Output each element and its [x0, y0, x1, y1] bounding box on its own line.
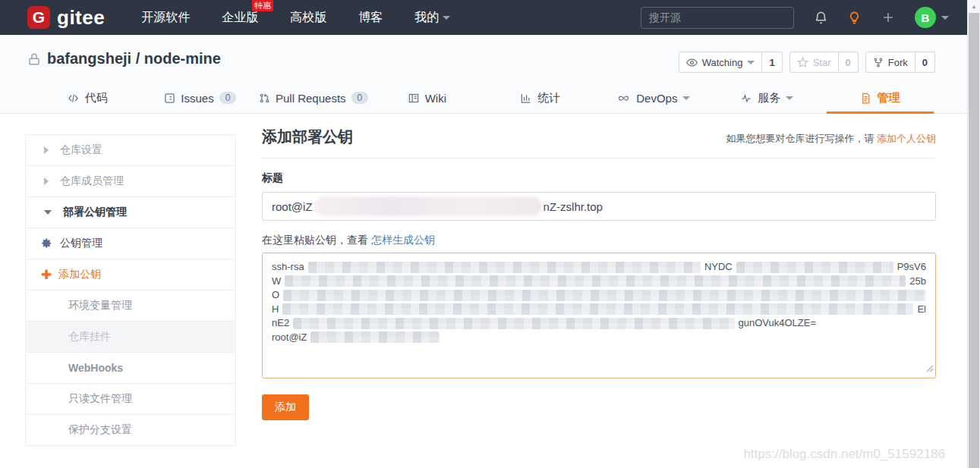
tab-issues[interactable]: Issues 0 — [143, 82, 257, 114]
nav-item-education[interactable]: 高校版 — [290, 10, 326, 26]
top-navbar: G gitee 开源软件 企业版 特惠 高校版 博客 我的 — [0, 0, 967, 35]
code-icon — [67, 93, 80, 104]
star-icon — [797, 57, 808, 68]
settings-sidebar: 仓库设置 仓库成员管理 部署公钥管理 公钥管理 ✚ 添加公钥 环境变量管理 仓库… — [25, 134, 236, 446]
censored-mosaic — [308, 262, 701, 273]
sidebar-item-readonly-files[interactable]: 只读文件管理 — [26, 384, 235, 415]
censored-mosaic — [285, 275, 906, 287]
repo-full-name[interactable]: bafangsheji / node-mine — [47, 50, 221, 68]
chevron-down-icon — [747, 61, 755, 64]
censored-mosaic — [283, 290, 926, 301]
fork-button-group: Fork 0 — [865, 52, 935, 73]
star-button[interactable]: Star — [789, 52, 839, 73]
tab-services[interactable]: 服务 — [711, 82, 824, 114]
gitee-logo-text: gitee — [57, 6, 105, 30]
tab-statistics[interactable]: 统计 — [484, 82, 597, 114]
csdn-watermark: https://blog.csdn.net/m0_51592186 — [743, 447, 945, 462]
promo-badge: 特惠 — [252, 0, 273, 11]
paste-key-hint: 在这里粘贴公钥，查看 怎样生成公钥 — [262, 234, 936, 247]
gitee-repo-settings-page: G gitee 开源软件 企业版 特惠 高校版 博客 我的 — [0, 0, 980, 468]
watching-button[interactable]: Watching — [679, 52, 763, 73]
chevron-down-icon — [443, 16, 450, 20]
bell-icon[interactable] — [814, 11, 828, 25]
title-value-prefix: root@iZ — [272, 200, 313, 213]
wiki-icon — [408, 93, 420, 104]
sidebar-item-deploy-keys[interactable]: 部署公钥管理 — [26, 197, 235, 228]
gear-icon — [41, 237, 53, 250]
sidebar-item-add-key[interactable]: ✚ 添加公钥 — [26, 259, 235, 291]
add-personal-key-link[interactable]: 添加个人公钥 — [877, 133, 936, 144]
sidebar-item-widgets[interactable]: 仓库挂件 — [26, 322, 235, 353]
fork-button[interactable]: Fork — [865, 52, 915, 73]
lock-icon — [27, 52, 41, 66]
panel-header: 添加部署公钥 如果您想要对仓库进行写操作，请 添加个人公钥 — [262, 127, 936, 159]
watching-button-group: Watching 1 — [679, 52, 783, 73]
tab-wiki[interactable]: Wiki — [370, 82, 484, 114]
tab-devops[interactable]: DevOps — [597, 82, 710, 114]
eye-icon — [686, 57, 698, 68]
write-access-hint: 如果您想要对仓库进行写操作，请 添加个人公钥 — [726, 132, 936, 146]
scrollbar-thumb[interactable] — [969, 13, 979, 468]
title-value-suffix: nZ-zslhr.top — [544, 200, 603, 213]
star-count[interactable]: 0 — [839, 52, 859, 73]
sidebar-item-members[interactable]: 仓库成员管理 — [26, 166, 235, 197]
sidebar-item-webhooks[interactable]: WebHooks — [26, 353, 235, 384]
sidebar-item-protected-branches[interactable]: 保护分支设置 — [26, 415, 235, 446]
infinity-icon — [616, 93, 631, 104]
tab-code[interactable]: 代码 — [30, 82, 143, 114]
repo-title: bafangsheji / node-mine — [27, 50, 221, 68]
pull-request-icon — [259, 93, 270, 104]
plus-icon: ✚ — [41, 269, 52, 281]
chevron-right-icon — [44, 177, 49, 185]
add-deploy-key-panel: 添加部署公钥 如果您想要对仓库进行写操作，请 添加个人公钥 标题 root@iZ… — [262, 127, 936, 420]
censored-mosaic — [736, 262, 893, 273]
repo-tabbar: 代码 Issues 0 Pull Requests 0 Wiki — [0, 82, 967, 114]
user-menu[interactable]: B — [915, 7, 949, 28]
page-scrollbar[interactable]: ▲ — [967, 0, 980, 468]
gitee-logo[interactable]: G gitee — [27, 6, 105, 30]
issues-count-badge: 0 — [219, 92, 237, 104]
nav-item-opensource[interactable]: 开源软件 — [141, 10, 190, 26]
chart-icon — [520, 93, 532, 104]
add-key-button[interactable]: 添加 — [262, 394, 309, 420]
fork-count[interactable]: 0 — [915, 52, 935, 73]
lightbulb-icon[interactable] — [847, 11, 862, 25]
censored-mosaic — [310, 331, 440, 343]
key-title-input[interactable]: root@iZ nZ-zslhr.top — [262, 192, 936, 221]
public-key-textarea[interactable]: ssh-rsa NYDC P9sV6 W 25b O H El nE2 — [262, 253, 936, 378]
fork-icon — [873, 57, 884, 68]
gitee-logo-icon: G — [27, 6, 50, 29]
tab-pull-requests[interactable]: Pull Requests 0 — [257, 82, 370, 114]
tab-manage[interactable]: 管理 — [824, 82, 937, 114]
page-title: 添加部署公钥 — [262, 127, 353, 147]
manage-icon — [860, 93, 871, 104]
pulse-icon — [740, 93, 752, 104]
star-button-group: Star 0 — [789, 52, 859, 73]
watching-count[interactable]: 1 — [762, 52, 782, 73]
navbar-icons: B — [814, 7, 949, 28]
nav-item-blog[interactable]: 博客 — [358, 10, 383, 26]
title-field-label: 标题 — [262, 171, 936, 185]
chevron-down-icon — [941, 16, 949, 20]
nav-item-mine[interactable]: 我的 — [414, 10, 450, 26]
sidebar-item-repo-settings[interactable]: 仓库设置 — [26, 135, 235, 166]
sidebar-item-env-vars[interactable]: 环境变量管理 — [26, 291, 235, 322]
issues-icon — [164, 93, 175, 104]
chevron-down-icon — [786, 96, 793, 100]
chevron-right-icon — [44, 146, 49, 154]
censored-mosaic — [293, 318, 734, 329]
resize-handle[interactable] — [926, 363, 934, 377]
chevron-down-icon — [44, 210, 52, 215]
scrollbar-up-arrow-icon[interactable]: ▲ — [968, 0, 980, 13]
how-to-generate-key-link[interactable]: 怎样生成公钥 — [371, 234, 435, 246]
search-input[interactable] — [641, 7, 794, 29]
pr-count-badge: 0 — [351, 92, 369, 104]
censored-mosaic — [282, 303, 913, 315]
navbar-menu: 开源软件 企业版 特惠 高校版 博客 我的 — [141, 10, 450, 26]
nav-item-enterprise[interactable]: 企业版 特惠 — [222, 10, 258, 26]
censored-blur-region — [314, 196, 542, 216]
repo-actions: Watching 1 Star 0 F — [679, 52, 935, 73]
plus-icon[interactable] — [881, 10, 896, 25]
chevron-down-icon — [682, 96, 690, 100]
sidebar-item-key-management[interactable]: 公钥管理 — [26, 228, 235, 259]
